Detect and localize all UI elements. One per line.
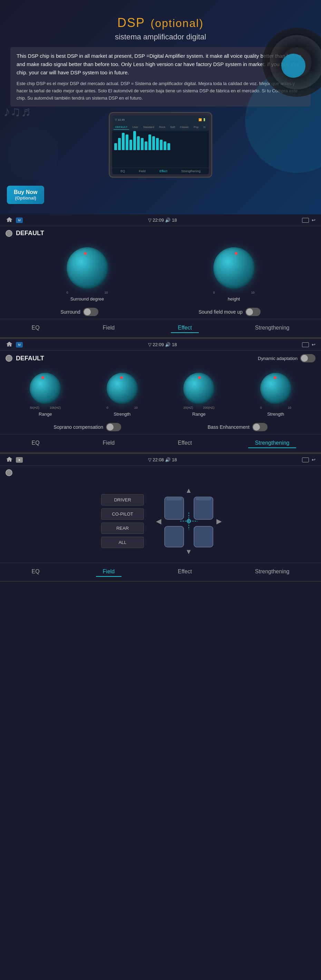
bass-hz-max: 200(HZ): [203, 406, 214, 409]
soprano-toggle[interactable]: [106, 423, 121, 431]
height-knob-scale: 0 10: [213, 291, 255, 294]
seat-buttons: DRIVER CO-PILOT REAR ALL: [101, 494, 144, 548]
arrow-right: ▶: [217, 517, 221, 525]
back-icon-2[interactable]: ↩: [312, 342, 315, 347]
time-display-3: 22:08: [153, 457, 164, 462]
tab-classic[interactable]: Classic: [178, 125, 191, 130]
arrow-left: ◀: [156, 517, 161, 525]
field-bottom-tabs: EQ Field Effect Strengthening: [0, 563, 321, 581]
music-notes: ♪♫♬: [3, 104, 31, 119]
sound-field-toggle[interactable]: [245, 308, 261, 316]
home-icon-3[interactable]: [6, 456, 13, 463]
height-knob[interactable]: [213, 247, 255, 289]
height-knob-container: 0 10 height: [213, 247, 255, 302]
eq-bar-10: [149, 135, 151, 150]
svg-rect-5: [194, 526, 213, 547]
adaptation-toggle[interactable]: [300, 354, 315, 363]
effect-tab-field[interactable]: Field: [96, 323, 122, 333]
bass-strength-container: 0 10 Strength: [260, 373, 291, 417]
screen-icon-2: [302, 342, 309, 347]
volume-level-1: 18: [172, 218, 177, 223]
str-tab-effect[interactable]: Effect: [171, 439, 199, 448]
soprano-hz-min: 5k(HZ): [30, 406, 40, 409]
bass-strength-dot: [274, 376, 277, 379]
height-label: height: [228, 296, 240, 302]
promo-title: DSP (optional): [7, 10, 314, 31]
soprano-strength-label: Strength: [114, 412, 130, 417]
soprano-range-container: 5k(HZ) 10k(HZ) Range: [30, 373, 61, 417]
soprano-strength-knob[interactable]: [107, 373, 138, 404]
english-description: This DSP chip is best DSP in all market …: [17, 52, 304, 77]
svg-point-9: [188, 520, 190, 522]
device-screen: ▽ 22:35 📶 🔋 DEFAULT User Standard Rock S…: [112, 116, 209, 174]
tab-default[interactable]: DEFAULT: [114, 125, 129, 130]
device-bottom-tabs: EQ Field Effect Strengthening: [112, 168, 209, 174]
bass-range-label: Range: [192, 412, 206, 417]
btab-effect[interactable]: Effect: [160, 169, 168, 173]
driver-button[interactable]: DRIVER: [101, 494, 144, 506]
buy-optional-label: (Optional): [14, 196, 37, 200]
tab-h[interactable]: H: [202, 125, 207, 130]
eq-bar-12: [156, 138, 159, 150]
effect-tab-eq[interactable]: EQ: [25, 323, 46, 333]
status-left-2: M: [6, 341, 23, 348]
field-profile-dot: [6, 469, 13, 476]
field-tab-strengthening[interactable]: Strengthening: [248, 567, 296, 577]
field-tab-field[interactable]: Field: [96, 567, 122, 577]
buy-now-button[interactable]: Buy Now (Optional): [7, 186, 44, 204]
rear-button[interactable]: REAR: [101, 522, 144, 534]
str-tab-strengthening[interactable]: Strengthening: [248, 439, 296, 448]
back-icon[interactable]: ↩: [312, 218, 315, 223]
tab-user[interactable]: User: [130, 125, 140, 130]
car-seats-svg: [161, 492, 217, 550]
field-tab-effect[interactable]: Effect: [171, 567, 199, 577]
title-main: DSP: [117, 16, 145, 30]
effect-screen: DEFAULT 0 10 Surround degree 0 10 height: [0, 226, 321, 338]
effect-bottom-tabs: EQ Field Effect Strengthening: [0, 319, 321, 337]
eq-bar-9: [145, 142, 147, 150]
surround-toggle[interactable]: [83, 308, 98, 316]
svg-rect-4: [164, 526, 183, 547]
str-tab-field[interactable]: Field: [96, 439, 122, 448]
speaker-icon-3: 🔊: [165, 457, 171, 462]
bass-strength-scale: 0 10: [260, 406, 291, 409]
home-icon[interactable]: [6, 216, 13, 224]
soprano-strength-dot: [120, 376, 123, 379]
bass-strength-max: 10: [288, 406, 291, 409]
surround-knob[interactable]: [66, 247, 108, 289]
bass-range-knob[interactable]: [183, 373, 214, 404]
effect-header: DEFAULT: [0, 226, 321, 240]
home-icon-2[interactable]: [6, 341, 13, 348]
strengthening-header: DEFAULT Dynamic adaptation: [0, 351, 321, 366]
btab-strengthening[interactable]: Strengthening: [181, 169, 201, 173]
effect-tab-effect[interactable]: Effect: [171, 323, 199, 333]
buy-now-label: Buy Now: [14, 189, 37, 196]
surround-scale-max: 10: [104, 291, 108, 294]
effect-tab-strengthening[interactable]: Strengthening: [248, 323, 296, 333]
tab-standard[interactable]: Standard: [141, 125, 156, 130]
soprano-strength-scale: 0 10: [107, 406, 138, 409]
tab-pop[interactable]: Pop: [192, 125, 200, 130]
soprano-strength-max: 10: [134, 406, 138, 409]
btab-eq[interactable]: EQ: [120, 169, 125, 173]
tab-soft[interactable]: Soft: [168, 125, 177, 130]
status-right-1: ↩: [302, 218, 315, 223]
copilot-button[interactable]: CO-PILOT: [101, 508, 144, 520]
back-icon-3[interactable]: ↩: [312, 457, 315, 462]
car-diagram: ▲ ▼ ◀ ▶: [158, 487, 220, 556]
bass-toggle[interactable]: [252, 423, 267, 431]
vinyl-label: [281, 54, 305, 78]
field-tab-eq[interactable]: EQ: [25, 567, 46, 577]
volume-level-2: 18: [172, 342, 177, 347]
str-tab-eq[interactable]: EQ: [25, 439, 46, 448]
soprano-range-scale: 5k(HZ) 10k(HZ): [30, 406, 61, 409]
title-optional: (optional): [151, 17, 204, 29]
bass-strength-knob[interactable]: [260, 373, 291, 404]
tab-rock[interactable]: Rock: [157, 125, 167, 130]
all-button[interactable]: ALL: [101, 537, 144, 548]
soprano-range-knob[interactable]: [30, 373, 61, 404]
status-left-3: ●: [6, 456, 23, 463]
btab-field[interactable]: Field: [139, 169, 145, 173]
eq-bar-3: [122, 133, 125, 150]
volume-level-3: 18: [172, 457, 177, 462]
